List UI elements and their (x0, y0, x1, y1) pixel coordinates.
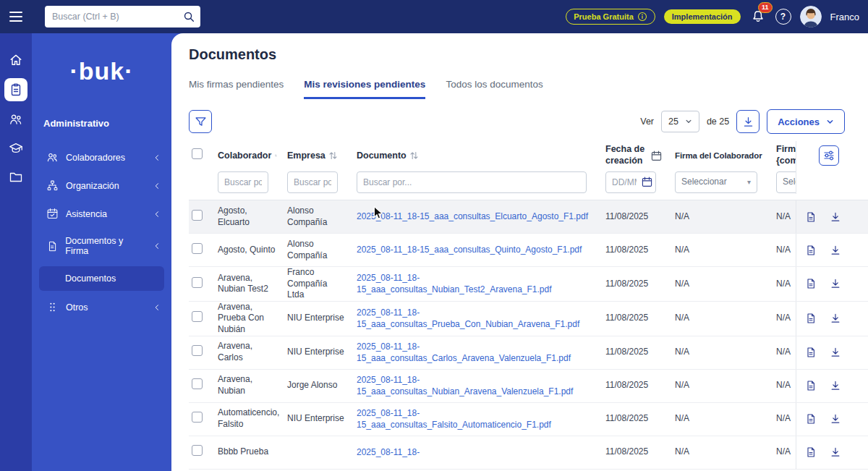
rail-home-icon[interactable] (4, 49, 27, 71)
view-document-icon[interactable] (805, 413, 817, 425)
fecha-cell: 11/08/2025 (603, 313, 672, 324)
avatar[interactable] (800, 6, 822, 27)
header-firma-empresa[interactable]: Firma {comp (773, 144, 796, 166)
sidebar-section-label: Administrativo (43, 118, 171, 129)
firma-colaborador-cell: N/A (672, 313, 773, 324)
sidebar-item-documentos-y-firma[interactable]: Documentos y Firma (32, 228, 171, 264)
document-link[interactable]: 2025_08-11_18- (357, 446, 595, 458)
sort-icon[interactable] (329, 151, 337, 160)
tab-todos-los-documentos[interactable]: Todos los documentos (446, 79, 542, 99)
notifications-button[interactable]: 11 (749, 8, 767, 25)
export-button[interactable] (736, 110, 760, 133)
icon-rail (0, 33, 32, 471)
user-name[interactable]: Franco (830, 12, 859, 22)
calendar-icon[interactable] (642, 177, 652, 187)
view-document-icon[interactable] (805, 347, 817, 358)
tab-mis-revisiones-pendientes[interactable]: Mis revisiones pendientes (304, 79, 425, 99)
trial-badge[interactable]: Prueba Gratuita (566, 9, 655, 25)
header-documento[interactable]: Documento (354, 150, 603, 161)
download-document-icon[interactable] (830, 413, 841, 425)
filter-firma-colaborador-select[interactable]: Seleccionar ▾ (675, 171, 757, 193)
header-colaborador[interactable]: Colaborador (215, 150, 284, 161)
row-checkbox[interactable] (192, 311, 203, 322)
implementation-badge[interactable]: Implementación (664, 9, 741, 24)
row-checkbox[interactable] (192, 412, 203, 423)
sidebar-item-label: Organización (66, 181, 119, 191)
column-settings-button[interactable] (819, 145, 839, 166)
document-link[interactable]: 2025_08-11_18-15_aaa_consultas_Falsito_A… (357, 407, 595, 430)
download-document-icon[interactable] (830, 347, 841, 358)
document-link[interactable]: 2025_08-11_18-15_aaa_consultas_Carlos_Ar… (357, 341, 595, 364)
row-checkbox[interactable] (192, 345, 203, 356)
filter-colaborador-input[interactable] (218, 171, 268, 193)
filter-documento-input[interactable] (357, 171, 587, 193)
actions-button[interactable]: Acciones (767, 109, 845, 134)
firma-empresa-cell: N/A (773, 380, 796, 391)
view-document-icon[interactable] (805, 211, 817, 223)
row-checkbox[interactable] (192, 277, 203, 288)
row-checkbox[interactable] (192, 210, 203, 221)
search-icon[interactable] (183, 11, 195, 22)
header-firma-colaborador[interactable]: Firma del Colaborador (672, 150, 773, 161)
avatar-person-icon (800, 6, 822, 27)
download-document-icon[interactable] (830, 245, 841, 256)
document-link[interactable]: 2025_08-11_18-15_aaa_consultas_Nubian_Te… (357, 272, 595, 295)
view-document-icon[interactable] (805, 313, 817, 324)
row-checkbox[interactable] (192, 378, 203, 389)
table-header: Colaborador Empresa Documento Fecha de c… (189, 141, 868, 170)
search-input[interactable] (45, 6, 200, 27)
download-document-icon[interactable] (830, 446, 841, 458)
sidebar-item-organizacion[interactable]: Organización (32, 171, 171, 200)
document-link[interactable]: 2025_08-11_18-15_aaa_consultas_Elcuarto_… (357, 211, 595, 222)
hamburger-menu-icon[interactable] (0, 12, 32, 22)
table-row[interactable]: Automaticencio, Falsito NIU Enterprise 2… (189, 403, 868, 436)
rail-training-icon[interactable] (4, 137, 27, 159)
firma-colaborador-cell: N/A (672, 245, 773, 256)
download-document-icon[interactable] (830, 211, 841, 223)
page-size-select[interactable]: 25 (661, 111, 699, 132)
fecha-cell: 11/08/2025 (603, 211, 672, 223)
view-document-icon[interactable] (805, 380, 817, 391)
sidebar-item-colaboradores[interactable]: Colaboradores (32, 143, 171, 171)
table-row[interactable]: Agosto, Quinto Alonso Compañía 2025_08-1… (189, 234, 868, 267)
download-document-icon[interactable] (830, 380, 841, 391)
filter-button[interactable] (189, 110, 212, 133)
filter-empresa-input[interactable] (287, 171, 338, 193)
table-row[interactable]: Aravena, Nubian Jorge Alonso 2025_08-11_… (189, 370, 868, 403)
document-link[interactable]: 2025_08-11_18-15_aaa_consultas_Prueba_Co… (357, 307, 595, 330)
rail-people-icon[interactable] (4, 109, 27, 130)
header-empresa[interactable]: Empresa (284, 150, 354, 161)
table-row[interactable]: Bbbb Prueba 2025_08-11_18- 11/08/2025 N/… (189, 436, 868, 470)
tab-mis-firmas-pendientes[interactable]: Mis firmas pendientes (189, 79, 284, 99)
help-button[interactable]: ? (775, 9, 791, 25)
sort-icon[interactable] (410, 151, 418, 160)
chevron-left-icon (153, 182, 161, 190)
fecha-cell: 11/08/2025 (603, 380, 672, 391)
row-checkbox[interactable] (192, 445, 203, 456)
colaborador-cell: Bbbb Prueba (215, 446, 284, 458)
table-row[interactable]: Aravena, Nubian Test2 Franco Compañía Lt… (189, 267, 868, 302)
table-row[interactable]: Aravena, Carlos NIU Enterprise 2025_08-1… (189, 336, 868, 370)
document-link[interactable]: 2025_08-11_18-15_aaa_consultas_Quinto_Ag… (357, 244, 595, 255)
table-row[interactable]: Agosto, Elcuarto Alonso Compañía 2025_08… (189, 200, 868, 234)
download-document-icon[interactable] (830, 313, 841, 324)
header-fecha-creacion[interactable]: Fecha de creación (603, 144, 672, 166)
colaborador-cell: Agosto, Quinto (215, 245, 284, 256)
select-all-checkbox[interactable] (192, 148, 203, 159)
sidebar-subitem-documentos[interactable]: Documentos (39, 266, 164, 291)
sidebar-item-asistencia[interactable]: Asistencia (32, 200, 171, 228)
sidebar-item-otros[interactable]: Otros (32, 293, 171, 321)
sort-icon[interactable] (275, 151, 277, 160)
rail-files-icon[interactable] (4, 166, 27, 188)
download-document-icon[interactable] (830, 278, 841, 289)
rail-documents-icon[interactable] (4, 78, 27, 101)
view-document-icon[interactable] (805, 446, 817, 458)
filter-firma-empresa-select[interactable]: Seleccionar (776, 171, 796, 193)
document-link[interactable]: 2025_08-11_18-15_aaa_consultas_Nubian_Ar… (357, 374, 595, 397)
firma-colaborador-cell: N/A (672, 211, 773, 223)
view-document-icon[interactable] (805, 278, 817, 289)
table-row[interactable]: Aravena, Prueba Con Nubián NIU Enterpris… (189, 302, 868, 336)
row-checkbox[interactable] (192, 243, 203, 254)
grid-dots-icon (46, 301, 59, 313)
view-document-icon[interactable] (805, 245, 817, 256)
